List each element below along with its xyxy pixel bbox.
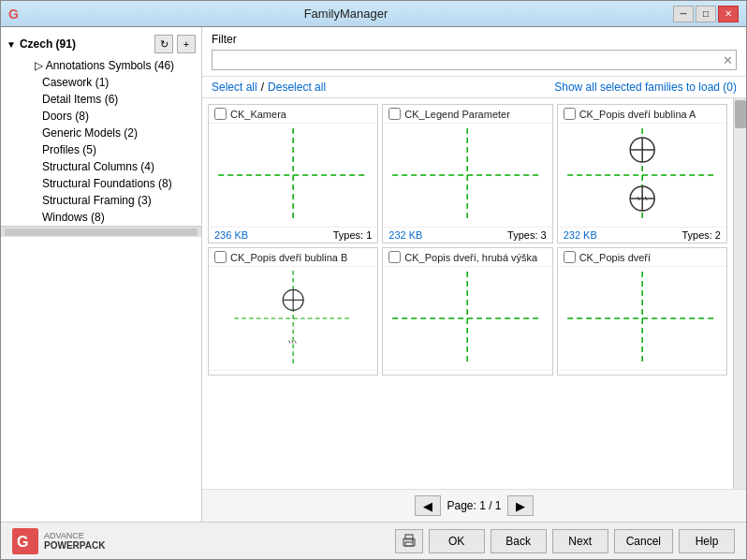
family-card-footer-1: 236 KB Types: 1 [209, 227, 377, 243]
sidebar-item-generic[interactable]: Generic Models (2) [1, 125, 201, 141]
family-card-ck-legend: CK_Legend Parameter 232 KB Types: 3 [382, 104, 552, 243]
sidebar-item-structural-framing[interactable]: Structural Framing (3) [1, 192, 201, 209]
filter-clear-icon[interactable]: ✕ [723, 53, 733, 67]
footer: G ADVANCE POWERPACK OK Back Next Cancel … [1, 522, 746, 559]
family-card-header-1: CK_Kamera [209, 105, 377, 124]
cancel-button[interactable]: Cancel [614, 529, 673, 553]
footer-logo-line2: POWERPACK [44, 540, 105, 551]
family-size-link-3[interactable]: 232 KB [564, 229, 597, 241]
sidebar-item-annotations[interactable]: ▷ Annotations Symbols (46) [1, 57, 201, 74]
sidebar-header: ▼ Czech (91) ↻ + [1, 31, 201, 57]
grid-scroll-area: CK_Kamera 236 KB Types: 1 [202, 98, 746, 489]
sidebar: ▼ Czech (91) ↻ + ▷ Annotations Symbols (… [1, 27, 202, 522]
family-card-ck-kamera: CK_Kamera 236 KB Types: 1 [208, 104, 378, 243]
horizontal-scrollbar[interactable] [1, 226, 201, 237]
ok-button[interactable]: OK [429, 529, 485, 553]
family-card-preview-1 [209, 124, 377, 227]
footer-logo-text: ADVANCE POWERPACK [44, 531, 105, 551]
footer-logo-line1: ADVANCE [44, 531, 105, 540]
back-button[interactable]: Back [491, 529, 547, 553]
family-card-footer-3: 232 KB Types: 2 [558, 227, 726, 243]
main-content: ▼ Czech (91) ↻ + ▷ Annotations Symbols (… [1, 27, 746, 522]
deselect-all-link[interactable]: Deselect all [268, 81, 326, 94]
sidebar-item-detail[interactable]: Detail Items (6) [1, 91, 201, 108]
family-size-link-1[interactable]: 236 KB [214, 229, 248, 241]
family-types-1: Types: 1 [333, 229, 373, 241]
family-grid: CK_Kamera 236 KB Types: 1 [202, 98, 733, 489]
expand-arrow-icon: ▼ [7, 39, 16, 50]
select-bar: Select all / Deselect all Show all selec… [202, 77, 746, 98]
footer-logo: G ADVANCE POWERPACK [12, 528, 105, 554]
v-scrollbar-thumb[interactable] [735, 100, 746, 128]
family-card-name-6: CK_Popis dveří [579, 252, 651, 263]
expand-icon: ▷ [35, 59, 46, 72]
pagination-bar: ◀ Page: 1 / 1 ▶ [202, 489, 746, 522]
prev-page-button[interactable]: ◀ [415, 495, 441, 516]
family-card-header-3: CK_Popis dveří bublina A [558, 105, 726, 124]
minimize-button[interactable]: ─ [673, 6, 694, 22]
family-card-name-1: CK_Kamera [230, 109, 286, 120]
next-button[interactable]: Next [552, 529, 608, 553]
family-checkbox-3[interactable] [564, 108, 576, 120]
separator: / [261, 81, 264, 94]
family-card-preview-2 [383, 124, 551, 227]
family-checkbox-5[interactable] [388, 251, 401, 263]
title-bar-left: G [8, 7, 19, 22]
print-icon [402, 534, 417, 549]
show-selected-paren: ) [733, 81, 737, 94]
select-bar-left: Select all / Deselect all [212, 81, 326, 94]
sidebar-item-casework[interactable]: Casework (1) [1, 74, 201, 91]
family-card-footer-2: 232 KB Types: 3 [383, 227, 551, 243]
family-card-header-6: CK_Popis dveří [558, 248, 726, 267]
show-selected-link[interactable]: Show all selected families to load (0) [554, 81, 737, 94]
family-checkbox-1[interactable] [214, 108, 227, 120]
sidebar-item-doors[interactable]: Doors (8) [1, 108, 201, 125]
refresh-button[interactable]: ↻ [154, 35, 173, 53]
family-card-footer-6 [558, 370, 726, 375]
select-all-link[interactable]: Select all [212, 81, 257, 94]
sidebar-item-profiles[interactable]: Profiles (5) [1, 141, 201, 158]
svg-text:G: G [17, 534, 28, 550]
close-button[interactable]: ✕ [718, 6, 739, 22]
filter-input[interactable] [212, 50, 737, 70]
vertical-scrollbar[interactable] [733, 98, 746, 489]
family-size-link-2[interactable]: 232 KB [388, 229, 422, 241]
show-selected-text: Show all selected families to load (0 [554, 81, 733, 94]
family-card-name-3: CK_Popis dveří bublina A [579, 109, 696, 120]
family-card-preview-4 [209, 267, 377, 370]
print-button[interactable] [395, 529, 423, 553]
filter-label: Filter [212, 33, 737, 46]
family-card-ck-popis-hruba: CK_Popis dveří, hrubá výška [382, 247, 552, 376]
family-card-preview-3 [558, 124, 726, 227]
family-card-header-2: CK_Legend Parameter [383, 105, 551, 124]
family-card-header-5: CK_Popis dveří, hrubá výška [383, 248, 551, 267]
right-panel: Filter ✕ Select all / Deselect all Show … [202, 27, 746, 522]
filter-bar: Filter ✕ [202, 27, 746, 77]
next-page-button[interactable]: ▶ [507, 495, 534, 516]
filter-input-wrap: ✕ [212, 50, 737, 70]
footer-buttons: OK Back Next Cancel Help [395, 529, 735, 553]
h-scrollbar-thumb[interactable] [5, 228, 198, 236]
help-button[interactable]: Help [679, 529, 735, 553]
svg-line-20 [288, 341, 290, 344]
main-window: G FamilyManager ─ □ ✕ ▼ Czech (91) ↻ + ▷… [0, 0, 747, 560]
maximize-button[interactable]: □ [696, 6, 716, 22]
page-indicator: Page: 1 / 1 [447, 499, 501, 512]
app-icon: G [8, 7, 19, 22]
sidebar-root-label[interactable]: Czech (91) [20, 37, 151, 51]
sidebar-item-structural-foundations[interactable]: Structural Foundations (8) [1, 175, 201, 192]
sidebar-item-windows[interactable]: Windows (8) [1, 209, 201, 226]
family-checkbox-2[interactable] [388, 108, 401, 120]
family-card-name-4: CK_Popis dveří bublina B [230, 252, 347, 263]
family-card-preview-5 [383, 267, 551, 370]
family-types-2: Types: 3 [507, 229, 547, 241]
family-card-name-2: CK_Legend Parameter [404, 109, 510, 120]
family-checkbox-4[interactable] [214, 251, 227, 263]
family-card-ck-popis: CK_Popis dveří [557, 247, 727, 376]
advance-powerpack-logo-icon: G [12, 528, 38, 554]
family-checkbox-6[interactable] [564, 251, 576, 263]
add-button[interactable]: + [177, 35, 196, 53]
sidebar-item-structural-columns[interactable]: Structural Columns (4) [1, 158, 201, 175]
svg-rect-31 [405, 542, 413, 546]
family-types-3: Types: 2 [681, 229, 721, 241]
